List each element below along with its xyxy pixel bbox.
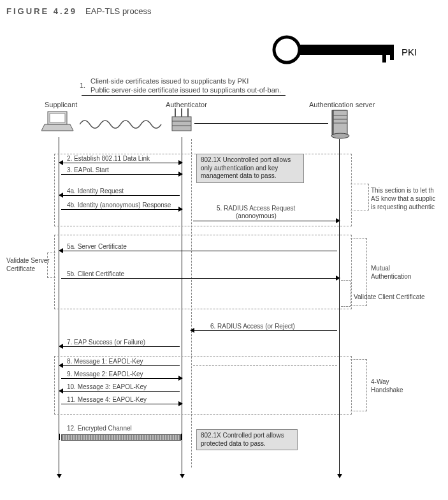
- figure-header: FIGURE 4.29 EAP-TLS process: [6, 6, 448, 16]
- figure-number: FIGURE 4.29: [6, 6, 77, 16]
- msg-3: 3. EAPoL Start: [67, 166, 109, 173]
- note-handshake: 4-Way Handshake: [371, 378, 415, 394]
- encrypted-channel-bar: [61, 434, 181, 441]
- note-validate-server: Validate Server Certificate: [6, 257, 51, 273]
- svg-rect-13: [333, 110, 347, 135]
- note-identity-a: This section is to let th: [371, 187, 434, 195]
- msg-10: 10. Message 3: EAPOL-Key: [67, 383, 147, 390]
- msg-7: 7. EAP Success (or Failure): [67, 339, 145, 346]
- msg-8: 8. Message 1: EAPOL-Key: [67, 358, 143, 365]
- uncontrolled-port-box: 802.1X Uncontrolled port allows only aut…: [196, 154, 304, 183]
- laptop-icon: [41, 110, 76, 136]
- note-mutual-auth: Mutual Authentication: [371, 265, 422, 281]
- svg-rect-3: [390, 55, 394, 60]
- msg-5a-cert: 5a. Server Certificate: [67, 243, 127, 250]
- msg-4a: 4a. Identity Request: [67, 188, 124, 195]
- msg-9: 9. Message 2: EAPOL-Key: [67, 371, 143, 378]
- svg-point-0: [274, 37, 300, 62]
- msg-2: 2. Establish 802.11 Data Link: [67, 155, 150, 162]
- controlled-port-box: 802.1X Controlled port allows protected …: [196, 429, 298, 450]
- server-icon: [328, 109, 354, 140]
- key-icon: [268, 31, 408, 69]
- step1-line-a: Client-side certificates issued to suppl…: [90, 77, 249, 86]
- access-point-icon: [169, 107, 194, 136]
- note-identity-c: is requesting authentic: [371, 203, 435, 212]
- svg-rect-9: [172, 117, 191, 131]
- msg-4b: 4b. Identity (anonoymous) Response: [67, 202, 171, 209]
- note-validate-client: Validate Client Certificate: [354, 293, 425, 302]
- svg-rect-5: [50, 114, 65, 122]
- pki-label: PKI: [401, 47, 417, 59]
- msg-12: 12. Encrypted Channel: [67, 425, 132, 432]
- msg-11: 11. Message 4: EAPOL-Key: [67, 396, 147, 403]
- msg-5b: (anonoymous): [236, 212, 277, 219]
- role-auth-server: Authentication server: [309, 101, 375, 110]
- msg-5a: 5. RADIUS Access Request: [217, 205, 295, 212]
- wireless-wave-icon: [80, 117, 163, 133]
- role-supplicant: Supplicant: [45, 101, 77, 110]
- step1-line-b: Public server-side certificate issued to…: [90, 86, 281, 95]
- svg-rect-2: [382, 55, 386, 62]
- note-identity-b: AS know that a supplic: [371, 195, 435, 203]
- step1-num: 1.: [80, 82, 85, 91]
- msg-5b-cert: 5b. Client Certificate: [67, 270, 124, 277]
- figure-title: EAP-TLS process: [85, 6, 151, 16]
- svg-point-17: [331, 133, 349, 138]
- diagram-canvas: PKI 1. Client-side certificates issued t…: [6, 21, 442, 480]
- svg-rect-1: [298, 45, 394, 55]
- msg-6: 6. RADIUS Access (or Reject): [210, 323, 295, 330]
